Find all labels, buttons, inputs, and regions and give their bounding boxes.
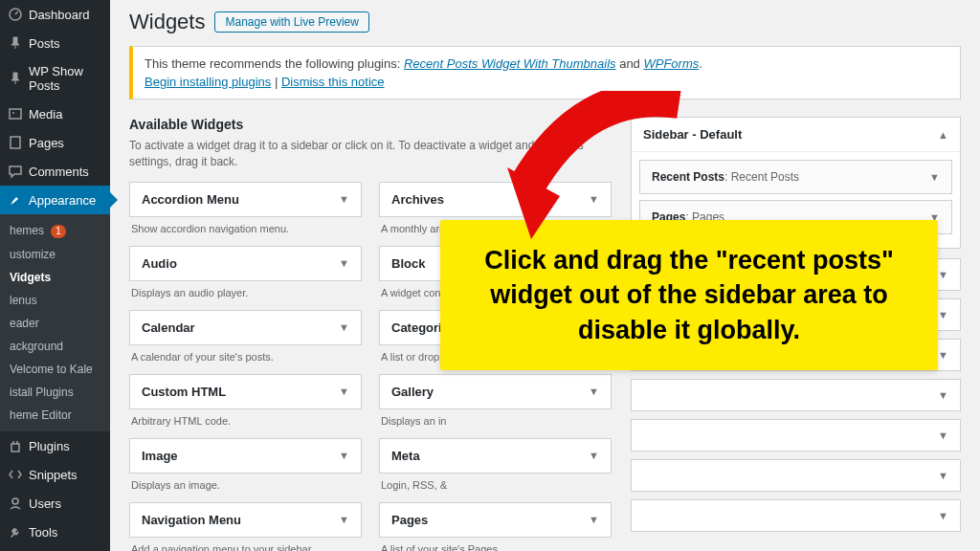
callout-text: Click and drag the "recent posts" widget… [484, 246, 894, 344]
widget-name: Gallery [391, 385, 434, 399]
users-icon [8, 496, 23, 511]
tools-icon [8, 524, 23, 540]
widget-desc: Login, RSS, & [379, 474, 612, 502]
sidebar-item-label: Comments [29, 165, 89, 179]
chevron-down-icon: ▼ [339, 257, 349, 269]
sidebar-sub-eader[interactable]: eader [0, 312, 110, 335]
sidebar-item-appearance[interactable]: Appearance [0, 186, 110, 214]
sidebar-sub-velcome-to-kale[interactable]: Velcome to Kale [0, 358, 110, 381]
sidebar-item-label: Appearance [29, 193, 96, 208]
widget-desc: Displays an image. [129, 474, 362, 502]
available-widget-image[interactable]: Image▼ [129, 438, 362, 474]
sidebar-area-collapsed[interactable]: ▼ [631, 379, 961, 411]
svg-rect-1 [10, 109, 21, 119]
sidebar-sub-istall-plugins[interactable]: istall Plugins [0, 381, 110, 404]
svg-rect-3 [11, 137, 20, 148]
chevron-down-icon: ▼ [938, 389, 948, 401]
widget-desc: Arbitrary HTML code. [129, 409, 362, 438]
plugin-link-2[interactable]: WPForms [643, 56, 699, 71]
chevron-down-icon: ▼ [589, 514, 599, 525]
page-title: Widgets [129, 10, 205, 34]
sidebar-item-label: Snippets [29, 468, 78, 482]
chevron-down-icon: ▼ [938, 430, 948, 441]
sidebar-sub-hemes[interactable]: hemes 1 [0, 219, 110, 243]
comment-icon [8, 164, 23, 179]
widget-name: Meta [391, 449, 420, 463]
widget-name: Archives [391, 192, 444, 207]
live-preview-button[interactable]: Manage with Live Preview [214, 11, 368, 33]
sidebar-item-wp-show-posts[interactable]: WP Show Posts [0, 57, 110, 99]
chevron-down-icon: ▼ [938, 510, 948, 521]
dashboard-icon [8, 7, 23, 22]
widget-name: Accordion Menu [142, 192, 239, 207]
widget-desc: Displays an audio player. [129, 281, 362, 310]
widget-desc: Show accordion navigation menu. [129, 217, 362, 246]
begin-installing-link[interactable]: Begin installing plugins [145, 75, 271, 89]
available-widget-accordion-menu[interactable]: Accordion Menu▼ [129, 182, 362, 217]
chevron-down-icon: ▼ [589, 450, 599, 461]
sidebar-item-posts[interactable]: Posts [0, 29, 110, 57]
plugin-icon [8, 438, 23, 453]
available-widget-gallery[interactable]: Gallery▼ [379, 374, 612, 409]
sidebar-sub-ackground[interactable]: ackground [0, 335, 110, 358]
widget-desc: Add a navigation menu to your sidebar. [129, 538, 362, 551]
sidebar-item-tools[interactable]: Tools [0, 518, 110, 546]
plugin-link-1[interactable]: Recent Posts Widget With Thumbnails [404, 56, 616, 71]
chevron-down-icon: ▼ [938, 470, 948, 481]
chevron-down-icon: ▼ [339, 321, 349, 333]
sidebar-area-collapsed[interactable]: ▼ [631, 499, 961, 532]
widget-name: Custom HTML [142, 385, 226, 399]
code-icon [8, 467, 23, 482]
sidebar-item-label: WP Show Posts [29, 64, 102, 93]
widget-desc: A calendar of your site's posts. [129, 345, 362, 374]
available-widget-meta[interactable]: Meta▼ [379, 438, 612, 474]
dismiss-notice-link[interactable]: Dismiss this notice [281, 75, 385, 89]
sidebar-sub-ustomize[interactable]: ustomize [0, 243, 110, 266]
page-icon [8, 135, 23, 150]
sidebar-item-label: Pages [29, 136, 64, 150]
svg-rect-4 [11, 444, 19, 452]
sidebar-item-label: Dashboard [29, 8, 90, 22]
widget-desc: A list of your site's Pages. [379, 538, 612, 551]
notice-text: This theme recommends the following plug… [145, 56, 404, 71]
sidebar-item-label: Tools [29, 525, 57, 540]
available-widget-navigation-menu[interactable]: Navigation Menu▼ [129, 502, 362, 538]
chevron-down-icon: ▼ [938, 349, 948, 361]
available-widget-custom-html[interactable]: Custom HTML▼ [129, 374, 362, 409]
update-badge: 1 [51, 225, 66, 238]
sidebar-item-media[interactable]: Media [0, 99, 110, 128]
widget-name: Image [142, 449, 178, 463]
sidebar-item-settings[interactable]: Settings [0, 546, 110, 551]
sidebar-item-snippets[interactable]: Snippets [0, 460, 110, 489]
svg-point-2 [12, 112, 14, 114]
sidebar-area-collapsed[interactable]: ▼ [631, 419, 961, 452]
available-widget-pages[interactable]: Pages▼ [379, 502, 612, 538]
sidebar-area-collapsed[interactable]: ▼ [631, 459, 961, 492]
available-widget-calendar[interactable]: Calendar▼ [129, 310, 362, 345]
sidebar-item-label: Plugins [29, 439, 70, 453]
widget-name: Block [391, 256, 425, 271]
sidebar-item-label: Media [29, 107, 62, 121]
sidebar-sub-lenus[interactable]: lenus [0, 289, 110, 312]
sidebar-item-label: Posts [29, 36, 60, 51]
chevron-down-icon: ▼ [589, 386, 599, 397]
chevron-down-icon: ▼ [339, 386, 349, 397]
pin-icon [8, 35, 23, 51]
sidebar-item-pages[interactable]: Pages [0, 128, 110, 157]
svg-point-5 [12, 498, 18, 504]
available-widget-audio[interactable]: Audio▼ [129, 246, 362, 281]
admin-sidebar: DashboardPostsWP Show PostsMediaPagesCom… [0, 0, 110, 551]
chevron-down-icon: ▼ [938, 269, 948, 280]
sidebar-item-plugins[interactable]: Plugins [0, 431, 110, 460]
media-icon [8, 106, 23, 121]
sidebar-item-users[interactable]: Users [0, 489, 110, 518]
sidebar-sub-heme-editor[interactable]: heme Editor [0, 404, 110, 427]
chevron-up-icon: ▲ [938, 129, 948, 141]
chevron-down-icon: ▼ [929, 171, 940, 183]
sidebar-item-dashboard[interactable]: Dashboard [0, 0, 110, 29]
sidebar-sub-vidgets[interactable]: Vidgets [0, 266, 110, 289]
pin-icon [8, 71, 23, 86]
sidebar-item-comments[interactable]: Comments [0, 157, 110, 186]
annotation-arrow [459, 91, 699, 253]
chevron-down-icon: ▼ [938, 309, 948, 320]
